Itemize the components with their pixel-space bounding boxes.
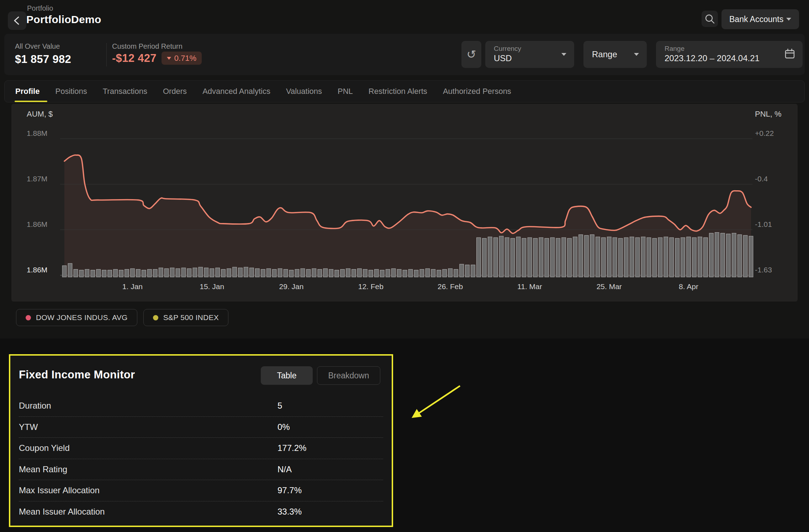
axis-tick-label: 1. Jan xyxy=(122,282,143,291)
axis-tick-label: +0.22 xyxy=(755,129,774,138)
row-label: Coupon Yield xyxy=(19,443,70,453)
chevron-left-icon xyxy=(8,11,26,30)
axis-tick-label: 26. Feb xyxy=(438,282,463,291)
tab-pnl[interactable]: PNL xyxy=(338,81,353,102)
table-row: Coupon Yield 177.2% xyxy=(19,438,383,459)
period-return: -$12 427 0.71% xyxy=(112,52,202,65)
stats-bar: All Over Value $1 857 982 Custom Period … xyxy=(4,34,805,75)
row-label: Mean Rating xyxy=(19,464,67,474)
range-dropdown[interactable]: Range xyxy=(583,41,647,68)
monitor-title: Fixed Income Monitor xyxy=(19,368,135,381)
refresh-button[interactable]: ↺ xyxy=(461,41,481,68)
axis-tick-label: -1.63 xyxy=(755,266,772,274)
fixed-income-monitor: Fixed Income Monitor Table Breakdown Dur… xyxy=(9,354,393,527)
axis-tick-label: -0.4 xyxy=(755,175,768,183)
legend-label: DOW JONES INDUS. AVG xyxy=(36,313,128,322)
axis-tick-label: 11. Mar xyxy=(517,282,542,291)
tab-orders[interactable]: Orders xyxy=(163,81,187,102)
row-value: 33.3% xyxy=(277,507,302,517)
tab-profile[interactable]: Profile xyxy=(15,81,39,102)
tab-valuations[interactable]: Valuations xyxy=(286,81,322,102)
tab-restriction-alerts[interactable]: Restriction Alerts xyxy=(369,81,427,102)
calendar-icon xyxy=(784,48,795,61)
annotation-arrow xyxy=(391,373,484,430)
search-button[interactable] xyxy=(702,11,718,27)
row-value: 97.7% xyxy=(277,485,302,495)
axis-tick-label: 1.86M xyxy=(27,220,47,229)
table-row: Mean Rating N/A xyxy=(19,459,383,480)
axis-tick-label: 29. Jan xyxy=(279,282,304,291)
divider xyxy=(106,43,107,66)
search-icon xyxy=(704,13,716,25)
tab-bar: Profile Positions Transactions Orders Ad… xyxy=(4,80,805,102)
chevron-down-icon xyxy=(786,18,791,21)
table-row: Duration 5 xyxy=(19,395,383,417)
axis-tick-label: 15. Jan xyxy=(200,282,224,291)
date-range-value: 2023.12.20 – 2024.04.21 xyxy=(665,53,760,63)
chevron-down-icon xyxy=(561,53,566,56)
axis-tick-label: 1.87M xyxy=(27,175,47,183)
row-label: Max Issuer Allocation xyxy=(19,485,100,495)
row-label: Mean Issuer Allocation xyxy=(19,507,105,517)
triangle-down-icon xyxy=(167,57,171,60)
breakdown-toggle-button[interactable]: Breakdown xyxy=(317,366,380,385)
series-dot-icon xyxy=(153,315,158,320)
axis-tick-label: 12. Feb xyxy=(358,282,384,291)
period-return-badge: 0.71% xyxy=(162,52,202,65)
axis-tick-label: -1.01 xyxy=(755,220,772,229)
row-label: Duration xyxy=(19,401,51,411)
back-button[interactable] xyxy=(8,11,26,30)
tab-transactions[interactable]: Transactions xyxy=(103,81,147,102)
right-axis-title: PNL, % xyxy=(755,110,782,119)
legend-label: S&P 500 INDEX xyxy=(163,313,219,322)
refresh-icon: ↺ xyxy=(467,49,476,60)
page-title: PortfolioDemo xyxy=(26,14,101,26)
monitor-table: Duration 5 YTW 0% Coupon Yield 177.2% Me… xyxy=(19,395,383,522)
left-axis-title: AUM, $ xyxy=(27,110,53,119)
legend: DOW JONES INDUS. AVG S&P 500 INDEX xyxy=(16,309,228,326)
row-value: 0% xyxy=(277,422,290,432)
chevron-down-icon xyxy=(634,53,639,56)
all-over-value: $1 857 982 xyxy=(15,53,71,66)
currency-value: USD xyxy=(494,53,512,63)
period-return-pct: 0.71% xyxy=(174,54,196,63)
axis-tick-label: 8. Apr xyxy=(679,282,698,291)
currency-dropdown[interactable]: Currency USD xyxy=(485,41,574,68)
tab-positions[interactable]: Positions xyxy=(55,81,87,102)
tab-advanced-analytics[interactable]: Advanced Analytics xyxy=(202,81,270,102)
breadcrumb: Portfolio xyxy=(27,4,53,12)
axis-tick-label: 25. Mar xyxy=(597,282,622,291)
chart-panel: AUM, $ PNL, % 1.88M1.87M1.86M1.86M+0.22-… xyxy=(11,104,798,302)
period-return-amount: -$12 427 xyxy=(112,52,157,65)
row-value: N/A xyxy=(277,464,292,474)
monitor-view-toggle: Table Breakdown xyxy=(261,366,380,385)
table-row: Max Issuer Allocation 97.7% xyxy=(19,480,383,501)
axis-tick-label: 1.88M xyxy=(27,129,47,138)
currency-label: Currency xyxy=(494,45,521,53)
table-toggle-button[interactable]: Table xyxy=(261,366,313,385)
table-row: Mean Issuer Allocation 33.3% xyxy=(19,501,383,523)
legend-item-dow-jones[interactable]: DOW JONES INDUS. AVG xyxy=(16,309,137,326)
bank-accounts-label: Bank Accounts xyxy=(729,15,786,24)
table-row: YTW 0% xyxy=(19,417,383,438)
range-dropdown-label: Range xyxy=(592,49,617,59)
period-return-label: Custom Period Return xyxy=(112,42,183,50)
row-value: 5 xyxy=(277,401,282,411)
date-range-label: Range xyxy=(665,45,684,53)
bank-accounts-dropdown[interactable]: Bank Accounts xyxy=(721,9,799,29)
row-label: YTW xyxy=(19,422,38,432)
legend-item-sp500[interactable]: S&P 500 INDEX xyxy=(143,309,228,326)
axis-tick-label: 1.86M xyxy=(27,266,47,274)
tab-authorized-persons[interactable]: Authorized Persons xyxy=(443,81,511,102)
series-dot-icon xyxy=(26,315,31,320)
row-value: 177.2% xyxy=(277,443,306,453)
date-range-picker[interactable]: Range 2023.12.20 – 2024.04.21 xyxy=(656,41,803,68)
aum-pnl-chart xyxy=(11,104,798,302)
all-over-value-label: All Over Value xyxy=(15,42,60,50)
